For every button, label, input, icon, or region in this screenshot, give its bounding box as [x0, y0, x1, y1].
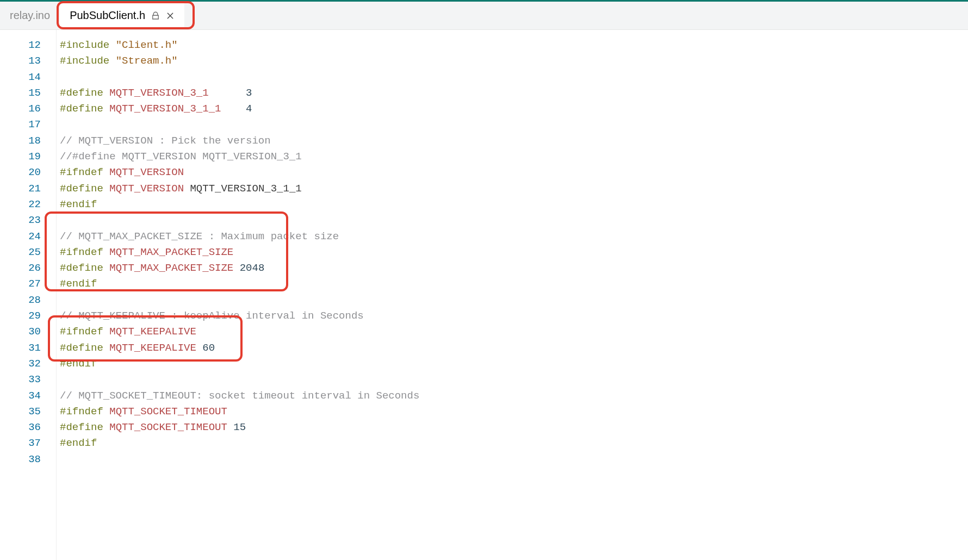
code-token: MQTT_MAX_PACKET_SIZE [109, 262, 233, 274]
line-number: 22 [0, 197, 56, 213]
code-line[interactable]: // MQTT_VERSION : Pick the version [60, 133, 968, 149]
code-token: MQTT_KEEPALIVE [109, 342, 196, 354]
code-token [109, 39, 115, 51]
code-token: #ifndef [60, 326, 103, 338]
code-token: "Client.h" [116, 39, 178, 51]
line-number: 33 [0, 372, 56, 388]
code-token [103, 342, 109, 354]
line-number: 18 [0, 133, 56, 149]
code-token: MQTT_MAX_PACKET_SIZE [109, 246, 233, 258]
tab-bar: relay.ino PubSubClient.h [0, 2, 968, 30]
code-line[interactable] [60, 70, 968, 85]
line-number: 13 [0, 53, 56, 69]
code-line[interactable]: #define MQTT_VERSION_3_1 3 [60, 85, 968, 101]
code-line[interactable] [60, 117, 968, 133]
code-view[interactable]: #include "Client.h"#include "Stream.h" #… [57, 30, 968, 560]
code-line[interactable]: #define MQTT_SOCKET_TIMEOUT 15 [60, 420, 968, 435]
code-line[interactable]: // MQTT_KEEPALIVE : keepAlive interval i… [60, 308, 968, 324]
code-line[interactable]: #define MQTT_VERSION MQTT_VERSION_3_1_1 [60, 181, 968, 197]
code-token: MQTT_VERSION_3_1 [109, 87, 208, 99]
code-line[interactable]: #ifndef MQTT_VERSION [60, 165, 968, 181]
code-token [184, 183, 190, 195]
close-icon[interactable] [166, 11, 175, 20]
code-line[interactable]: #endif [60, 276, 968, 292]
code-line[interactable]: #endif [60, 435, 968, 451]
code-token: 3 [246, 87, 252, 99]
line-number: 32 [0, 356, 56, 372]
line-number-gutter: 1213141516171819202122232425262728293031… [0, 30, 57, 560]
code-line[interactable] [60, 213, 968, 228]
code-token: #include [60, 39, 109, 51]
line-number: 16 [0, 101, 56, 117]
code-line[interactable]: #define MQTT_VERSION_3_1_1 4 [60, 101, 968, 117]
code-token [233, 262, 239, 274]
code-token: // MQTT_VERSION : Pick the version [60, 135, 271, 147]
line-number: 27 [0, 276, 56, 292]
line-number: 17 [0, 117, 56, 133]
line-number: 34 [0, 388, 56, 404]
code-line[interactable]: #include "Client.h" [60, 38, 968, 53]
code-token: MQTT_VERSION [109, 166, 184, 178]
code-token: 60 [202, 342, 215, 354]
code-line[interactable]: #include "Stream.h" [60, 53, 968, 69]
code-token: // MQTT_MAX_PACKET_SIZE : Maximum packet… [60, 231, 339, 242]
code-token [196, 342, 202, 354]
code-token: #define [60, 421, 103, 433]
line-number: 19 [0, 149, 56, 165]
tab-label: PubSubClient.h [70, 9, 145, 22]
line-number: 24 [0, 229, 56, 245]
code-token: #endif [60, 437, 97, 449]
line-number: 37 [0, 435, 56, 451]
code-token: #define [60, 87, 103, 99]
code-token: MQTT_SOCKET_TIMEOUT [109, 421, 227, 433]
code-line[interactable]: // MQTT_MAX_PACKET_SIZE : Maximum packet… [60, 229, 968, 245]
code-token: 4 [246, 103, 252, 115]
code-token: #define [60, 342, 103, 354]
code-line[interactable] [60, 372, 968, 388]
code-line[interactable]: // MQTT_SOCKET_TIMEOUT: socket timeout i… [60, 388, 968, 404]
code-line[interactable]: #endif [60, 197, 968, 213]
code-line[interactable]: #define MQTT_MAX_PACKET_SIZE 2048 [60, 260, 968, 276]
line-number: 21 [0, 181, 56, 197]
code-token [103, 326, 109, 338]
code-token: #ifndef [60, 166, 103, 178]
code-token: #ifndef [60, 246, 103, 258]
line-number: 31 [0, 340, 56, 356]
code-line[interactable]: #endif [60, 356, 968, 372]
code-line[interactable] [60, 452, 968, 468]
code-token: #define [60, 183, 103, 195]
tab-relay-ino[interactable]: relay.ino [0, 2, 60, 29]
line-number: 36 [0, 420, 56, 435]
line-number: 15 [0, 85, 56, 101]
code-line[interactable]: #ifndef MQTT_SOCKET_TIMEOUT [60, 404, 968, 420]
tab-label: relay.ino [10, 9, 50, 22]
line-number: 12 [0, 38, 56, 53]
editor-area[interactable]: 1213141516171819202122232425262728293031… [0, 30, 968, 560]
code-token: MQTT_KEEPALIVE [109, 326, 196, 338]
code-token: #endif [60, 358, 97, 370]
code-token: #define [60, 103, 103, 115]
line-number: 25 [0, 245, 56, 260]
code-token: #endif [60, 278, 97, 290]
code-token [227, 421, 233, 433]
line-number: 29 [0, 308, 56, 324]
code-token [103, 262, 109, 274]
line-number: 35 [0, 404, 56, 420]
tab-pubsubclient-h[interactable]: PubSubClient.h [60, 2, 184, 29]
code-token: MQTT_VERSION [109, 183, 184, 195]
code-token: MQTT_SOCKET_TIMEOUT [109, 406, 227, 418]
code-line[interactable]: #ifndef MQTT_KEEPALIVE [60, 324, 968, 340]
code-line[interactable]: #define MQTT_KEEPALIVE 60 [60, 340, 968, 356]
code-token [103, 166, 109, 178]
code-token [209, 87, 246, 99]
line-number: 28 [0, 293, 56, 308]
code-line[interactable]: //#define MQTT_VERSION MQTT_VERSION_3_1 [60, 149, 968, 165]
code-token [103, 183, 109, 195]
lock-icon [151, 11, 160, 21]
code-token: #endif [60, 198, 97, 210]
code-line[interactable] [60, 293, 968, 308]
code-line[interactable]: #ifndef MQTT_MAX_PACKET_SIZE [60, 245, 968, 260]
code-token [103, 421, 109, 433]
code-token [221, 103, 246, 115]
code-token: //#define MQTT_VERSION MQTT_VERSION_3_1 [60, 151, 302, 163]
